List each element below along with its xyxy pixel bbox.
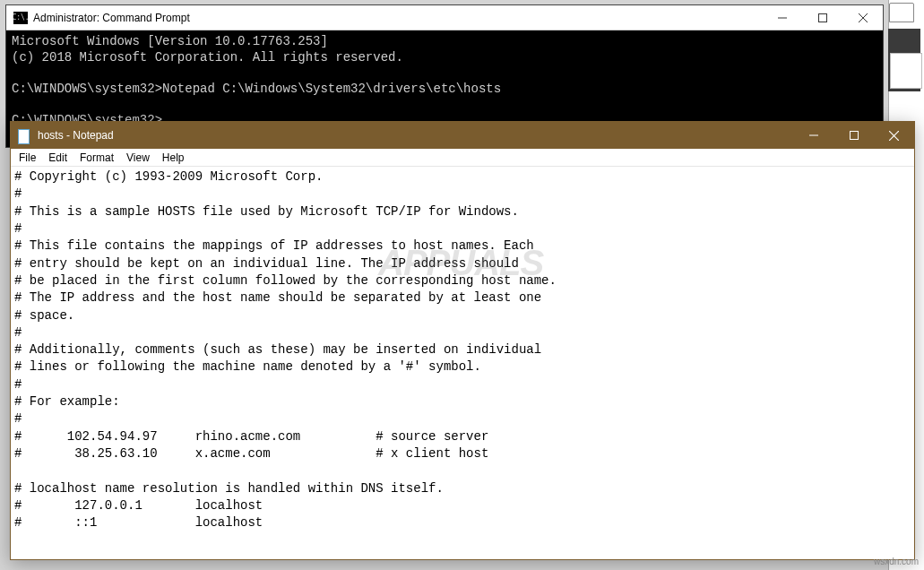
svg-rect-1 [818, 13, 826, 22]
cmd-window-controls [762, 5, 883, 30]
menu-file[interactable]: File [13, 151, 42, 165]
notepad-icon [18, 126, 32, 144]
cmd-titlebar[interactable]: C:\. Administrator: Command Prompt [6, 5, 883, 30]
browser-tab-fragment [889, 3, 914, 22]
menu-edit[interactable]: Edit [42, 151, 73, 165]
minimize-button[interactable] [793, 122, 833, 149]
minimize-button[interactable] [762, 5, 802, 30]
source-attribution: wsxdn.com [874, 557, 919, 566]
close-button[interactable] [842, 5, 883, 30]
cmd-icon: C:\. [13, 12, 28, 24]
svg-rect-5 [850, 132, 858, 140]
notepad-title: hosts - Notepad [38, 129, 793, 142]
maximize-button[interactable] [833, 122, 874, 149]
notepad-text-area[interactable]: # Copyright (c) 1993-2009 Microsoft Corp… [11, 167, 914, 534]
cmd-title: Administrator: Command Prompt [33, 12, 762, 24]
cmd-output[interactable]: Microsoft Windows [Version 10.0.17763.25… [6, 30, 883, 132]
notepad-window-controls [793, 122, 914, 149]
browser-page-fragment [890, 53, 922, 89]
maximize-button[interactable] [802, 5, 842, 30]
notepad-titlebar[interactable]: hosts - Notepad [11, 122, 914, 149]
menu-help[interactable]: Help [156, 151, 191, 165]
notepad-window: hosts - Notepad File Edit Format View He… [10, 121, 915, 560]
menu-format[interactable]: Format [73, 151, 120, 165]
menu-view[interactable]: View [120, 151, 156, 165]
close-button[interactable] [874, 122, 914, 149]
notepad-menubar: File Edit Format View Help [11, 149, 914, 167]
